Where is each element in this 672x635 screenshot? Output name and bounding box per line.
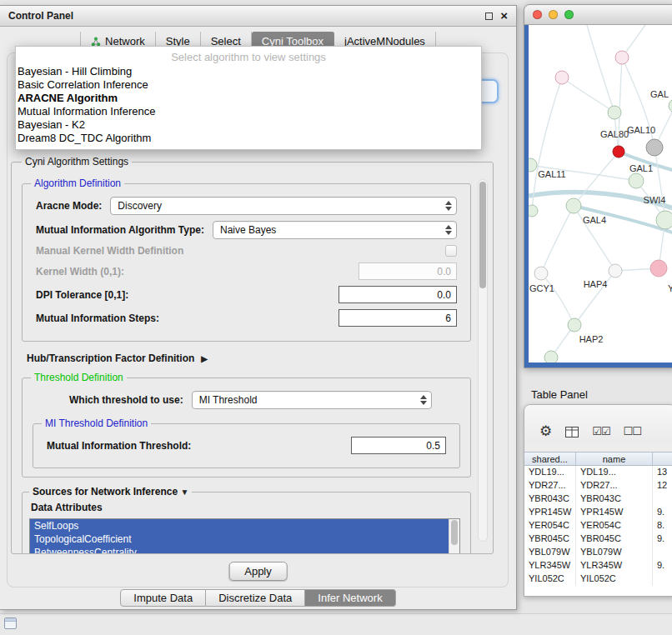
collapse-right-icon[interactable]: ▶ — [201, 354, 208, 363]
node[interactable] — [544, 351, 558, 364]
node-gal4[interactable] — [566, 198, 581, 213]
selected-value: MI Threshold — [199, 394, 258, 406]
hub-definition-label: Hub/Transcription Factor Definition — [27, 352, 194, 364]
network-node-labels: GAL GAL80 GAL10 GAL11 GAL1 SWI4 GAL4 GCY… — [529, 89, 672, 344]
updown-arrows-icon — [445, 201, 452, 211]
desktop: Control Panel × Network Style Select — [0, 0, 672, 635]
list-item[interactable]: SelfLoops — [30, 519, 449, 532]
table-gap — [524, 443, 672, 452]
node-label: GAL1 — [629, 163, 653, 173]
mi-steps-input[interactable] — [339, 309, 457, 327]
menu-item-basic-correlation[interactable]: Basic Correlation Inference — [16, 78, 481, 92]
table-row[interactable]: YLR345W YLR345W 9. — [524, 559, 672, 572]
group-title: Cyni Algorithm Settings — [22, 156, 132, 168]
algorithm-dropdown-menu: Select algorithm to view settings Bayesi… — [15, 46, 482, 150]
table-row[interactable]: YPR145W YPR145W 9. — [524, 506, 672, 519]
node[interactable] — [529, 205, 538, 217]
node-label: GCY1 — [529, 283, 554, 293]
tab-discretize-data[interactable]: Discretize Data — [206, 589, 305, 607]
list-item[interactable]: TopologicalCoefficient — [30, 532, 449, 546]
node-gal1[interactable] — [629, 173, 644, 188]
column-header[interactable]: shared... — [524, 452, 576, 465]
control-panel-titlebar[interactable]: Control Panel × — [0, 6, 516, 27]
node-label: SWI4 — [644, 195, 666, 205]
hub-definition-toggle[interactable]: Hub/Transcription Factor Definition ▶ — [27, 352, 466, 364]
node-gal10[interactable] — [613, 146, 624, 158]
dropdown-placeholder: Select algorithm to view settings — [16, 50, 481, 65]
table-row[interactable]: YIL052C YIL052C — [524, 572, 672, 586]
node-gcy1[interactable] — [534, 267, 548, 280]
minimized-panel-icon[interactable] — [4, 618, 17, 629]
node-hap2[interactable] — [568, 318, 581, 332]
selected-value: Naive Bayes — [220, 224, 276, 236]
minimize-traffic-light-icon[interactable] — [549, 10, 558, 19]
mi-steps-label: Mutual Information Steps: — [36, 312, 159, 324]
kernel-width-input[interactable] — [359, 262, 457, 280]
node-gal80[interactable] — [608, 106, 621, 119]
table-row[interactable]: YDL19... YDL19... 13 — [524, 466, 672, 479]
select-all-icon[interactable]: ☑☑ — [592, 426, 609, 438]
updown-arrows-icon — [445, 225, 452, 235]
network-icon — [91, 37, 101, 47]
manual-kernel-checkbox[interactable] — [445, 245, 457, 257]
data-attributes-label: Data Attributes — [31, 502, 464, 513]
menu-item-dream8[interactable]: Dream8 DC_TDC Algorithm — [16, 132, 481, 145]
mi-algorithm-type-select[interactable]: Naive Bayes — [213, 221, 457, 239]
menu-item-aracne[interactable]: ARACNE Algorithm — [16, 92, 481, 105]
node-label: GAL4 — [583, 215, 606, 225]
bottom-strip — [0, 613, 672, 635]
apply-button[interactable]: Apply — [228, 562, 288, 581]
network-canvas[interactable]: GAL GAL80 GAL10 GAL11 GAL1 SWI4 GAL4 GCY… — [524, 25, 672, 368]
scrollbar-thumb[interactable] — [479, 182, 486, 288]
tab-infer-network[interactable]: Infer Network — [305, 589, 395, 607]
node[interactable] — [615, 51, 629, 64]
deselect-all-icon[interactable]: ☐☐ — [624, 426, 641, 438]
tab-impute-data[interactable]: Impute Data — [120, 589, 206, 607]
aracne-mode-select[interactable]: Discovery — [110, 197, 457, 215]
algorithm-definition-group: Algorithm Definition Aracne Mode: Discov… — [22, 178, 471, 342]
kernel-width-label: Kernel Width (0,1): — [36, 266, 124, 278]
column-header[interactable] — [653, 452, 672, 465]
node-swi4[interactable] — [656, 211, 672, 229]
table-row[interactable]: YBL079W YBL079W — [524, 546, 672, 559]
menu-item-bayesian-hill-climbing[interactable]: Bayesian - Hill Climbing — [16, 65, 481, 78]
table-row[interactable]: YBR045C YBR045C 9. — [524, 532, 672, 546]
table-body: YDL19... YDL19... 13 YDR27... YDR27... 1… — [524, 466, 672, 597]
node-gal-partial[interactable] — [669, 99, 672, 112]
zoom-traffic-light-icon[interactable] — [564, 10, 574, 19]
node[interactable] — [650, 260, 667, 277]
table-row[interactable]: YER054C YER054C 8. — [524, 519, 672, 532]
sources-group: Sources for Network Inference ▼ Data Att… — [22, 486, 471, 554]
menu-item-mutual-information[interactable]: Mutual Information Inference — [16, 105, 481, 118]
node[interactable] — [555, 71, 569, 84]
menu-item-bayesian-k2[interactable]: Bayesian - K2 — [16, 118, 481, 132]
cyni-bottom-tabbar: Impute Data Discretize Data Infer Networ… — [0, 589, 516, 607]
table-row[interactable]: YDR27... YDR27... 12 — [524, 479, 672, 492]
list-item[interactable]: BetweennessCentrality — [30, 546, 449, 554]
network-window-titlebar[interactable] — [524, 5, 672, 25]
node-label: GAL10 — [627, 125, 655, 135]
sources-toggle[interactable]: Sources for Network Inference ▼ — [29, 486, 192, 498]
table-row[interactable]: YBR043C YBR043C — [524, 492, 672, 506]
node[interactable] — [646, 139, 663, 156]
float-window-icon[interactable] — [485, 12, 493, 20]
gear-icon[interactable]: ⚙ — [539, 426, 552, 438]
dpi-tolerance-label: DPI Tolerance [0,1]: — [36, 289, 128, 301]
close-icon[interactable]: × — [500, 11, 508, 21]
dpi-tolerance-input[interactable] — [339, 286, 457, 303]
node-hap4[interactable] — [609, 264, 622, 278]
settings-scrollbar[interactable] — [478, 179, 488, 542]
mi-threshold-input[interactable] — [351, 437, 446, 454]
threshold-definition-group: Threshold Definition Which threshold to … — [22, 372, 471, 478]
node-gal11[interactable] — [529, 158, 537, 172]
table-header-row: shared... name — [524, 452, 672, 466]
expand-down-icon: ▼ — [180, 488, 188, 497]
column-header[interactable]: name — [576, 452, 653, 465]
table-panel-title[interactable]: Table Panel — [531, 388, 588, 401]
list-vertical-scrollbar[interactable] — [449, 519, 459, 554]
network-view-window: GAL GAL80 GAL10 GAL11 GAL1 SWI4 GAL4 GCY… — [524, 4, 672, 368]
column-browser-icon[interactable] — [565, 427, 579, 438]
attribute-list: SelfLoops TopologicalCoefficient Between… — [29, 518, 460, 554]
close-traffic-light-icon[interactable] — [533, 10, 542, 19]
threshold-select[interactable]: MI Threshold — [192, 391, 432, 409]
